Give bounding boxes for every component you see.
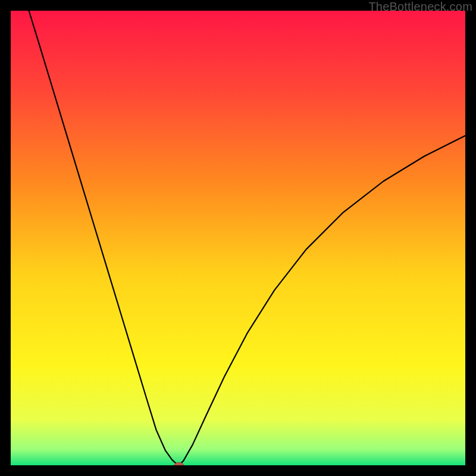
gradient-rect [11, 11, 465, 465]
watermark: TheBottleneck.com [368, 0, 472, 14]
chart-frame [11, 11, 465, 465]
chart-plot [11, 11, 465, 465]
